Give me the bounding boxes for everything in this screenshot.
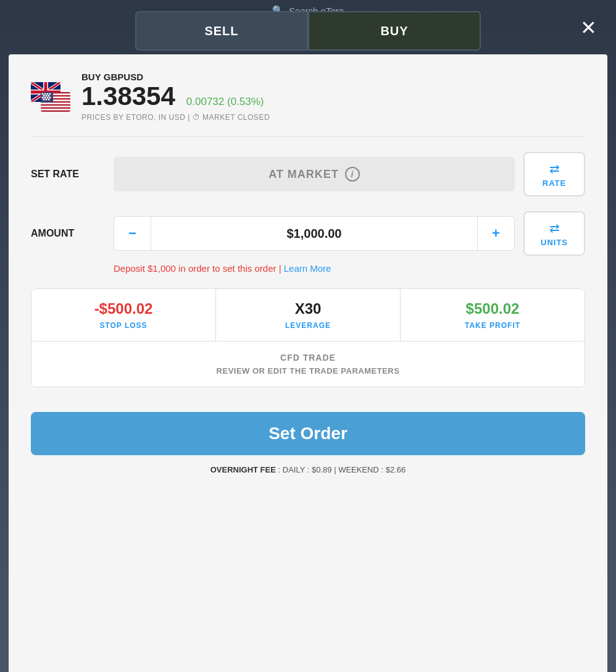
action-pair-label: BUY GBPUSD bbox=[81, 72, 270, 82]
trade-tabs: SELL BUY bbox=[135, 11, 481, 51]
set-order-button[interactable]: Set Order bbox=[31, 412, 585, 455]
stop-loss-value: -$500.02 bbox=[94, 300, 153, 317]
take-profit-value: $500.02 bbox=[466, 300, 520, 317]
set-rate-row: SET RATE AT MARKET i ⇄ RATE bbox=[31, 152, 585, 196]
amount-controls: − $1,000.00 + bbox=[114, 216, 515, 251]
svg-point-11 bbox=[47, 93, 49, 94]
learn-more-link[interactable]: Learn More bbox=[284, 263, 331, 274]
currency-info: BUY GBPUSD 1.38354 0.00732 (0.53%) PRICE… bbox=[81, 72, 270, 122]
section-divider bbox=[31, 136, 585, 137]
rate-toggle-button[interactable]: ⇄ RATE bbox=[523, 152, 585, 196]
svg-point-19 bbox=[49, 96, 51, 98]
currency-section: BUY GBPUSD 1.38354 0.00732 (0.53%) PRICE… bbox=[31, 72, 585, 122]
deposit-notice-text: Deposit $1,000 in order to set this orde… bbox=[114, 263, 276, 274]
action-label: BUY bbox=[81, 72, 101, 82]
cfd-title: CFD TRADE bbox=[39, 353, 577, 363]
amount-increase-button[interactable]: + bbox=[478, 216, 515, 251]
svg-point-14 bbox=[46, 94, 48, 96]
overnight-fee-label: OVERNIGHT FEE bbox=[210, 465, 276, 474]
current-rate: 1.38354 bbox=[81, 82, 175, 111]
currency-flags bbox=[31, 82, 70, 112]
set-rate-label: SET RATE bbox=[31, 169, 105, 180]
us-flag bbox=[41, 92, 70, 112]
svg-point-20 bbox=[43, 98, 45, 100]
amount-value: $1,000.00 bbox=[151, 216, 478, 251]
svg-point-21 bbox=[46, 98, 48, 100]
units-toggle-button[interactable]: ⇄ UNITS bbox=[523, 211, 585, 256]
cfd-section[interactable]: CFD TRADE REVIEW OR EDIT THE TRADE PARAM… bbox=[31, 342, 585, 387]
leverage-cell[interactable]: X30 LEVERAGE bbox=[215, 289, 400, 341]
daily-label: DAILY bbox=[283, 465, 305, 474]
take-profit-label: TAKE PROFIT bbox=[465, 321, 520, 330]
pair-label: GBPUSD bbox=[104, 72, 143, 82]
rate-button-label: RATE bbox=[543, 178, 566, 188]
trade-params-row: -$500.02 STOP LOSS X30 LEVERAGE $500.02 … bbox=[31, 289, 585, 342]
svg-point-15 bbox=[48, 94, 50, 96]
overnight-fee: OVERNIGHT FEE : DAILY : $0.89 | WEEKEND … bbox=[31, 465, 585, 474]
svg-point-22 bbox=[48, 98, 50, 100]
stop-loss-label: STOP LOSS bbox=[99, 321, 147, 330]
stop-loss-cell[interactable]: -$500.02 STOP LOSS bbox=[31, 289, 215, 341]
units-arrows-icon: ⇄ bbox=[549, 220, 560, 235]
sell-tab[interactable]: SELL bbox=[135, 11, 308, 51]
modal-card: BUY GBPUSD 1.38354 0.00732 (0.53%) PRICE… bbox=[9, 54, 607, 672]
leverage-label: LEVERAGE bbox=[285, 321, 331, 330]
at-market-label: AT MARKET bbox=[268, 168, 339, 181]
trade-params-box: -$500.02 STOP LOSS X30 LEVERAGE $500.02 … bbox=[31, 288, 585, 387]
arrows-icon: ⇄ bbox=[549, 161, 560, 176]
svg-point-18 bbox=[47, 96, 49, 98]
svg-point-9 bbox=[42, 93, 44, 94]
at-market-button[interactable]: AT MARKET i bbox=[114, 157, 515, 191]
svg-point-10 bbox=[44, 93, 46, 94]
amount-decrease-button[interactable]: − bbox=[114, 216, 151, 251]
svg-point-17 bbox=[44, 96, 46, 98]
deposit-notice: Deposit $1,000 in order to set this orde… bbox=[31, 263, 585, 274]
info-icon[interactable]: i bbox=[345, 167, 360, 182]
svg-rect-7 bbox=[41, 109, 70, 110]
weekend-label: WEEKEND bbox=[338, 465, 379, 474]
units-button-label: UNITS bbox=[541, 238, 568, 247]
buy-tab[interactable]: BUY bbox=[308, 11, 481, 51]
leverage-value: X30 bbox=[295, 300, 322, 317]
take-profit-cell[interactable]: $500.02 TAKE PROFIT bbox=[400, 289, 585, 341]
close-button[interactable]: ✕ bbox=[573, 12, 604, 43]
cfd-subtitle: REVIEW OR EDIT THE TRADE PARAMETERS bbox=[39, 366, 577, 376]
amount-row: AMOUNT − $1,000.00 + ⇄ UNITS bbox=[31, 211, 585, 256]
amount-label: AMOUNT bbox=[31, 228, 105, 239]
rate-row: 1.38354 0.00732 (0.53%) bbox=[81, 82, 270, 111]
svg-point-13 bbox=[43, 94, 45, 96]
market-info: PRICES BY ETORO, IN USD | ⏱ MARKET CLOSE… bbox=[81, 113, 270, 122]
daily-value: $0.89 bbox=[312, 465, 332, 474]
rate-change: 0.00732 (0.53%) bbox=[186, 96, 264, 108]
weekend-value: $2.66 bbox=[386, 465, 406, 474]
svg-rect-5 bbox=[41, 103, 70, 104]
svg-point-16 bbox=[42, 96, 44, 98]
svg-point-12 bbox=[49, 93, 51, 94]
svg-rect-6 bbox=[41, 106, 70, 107]
